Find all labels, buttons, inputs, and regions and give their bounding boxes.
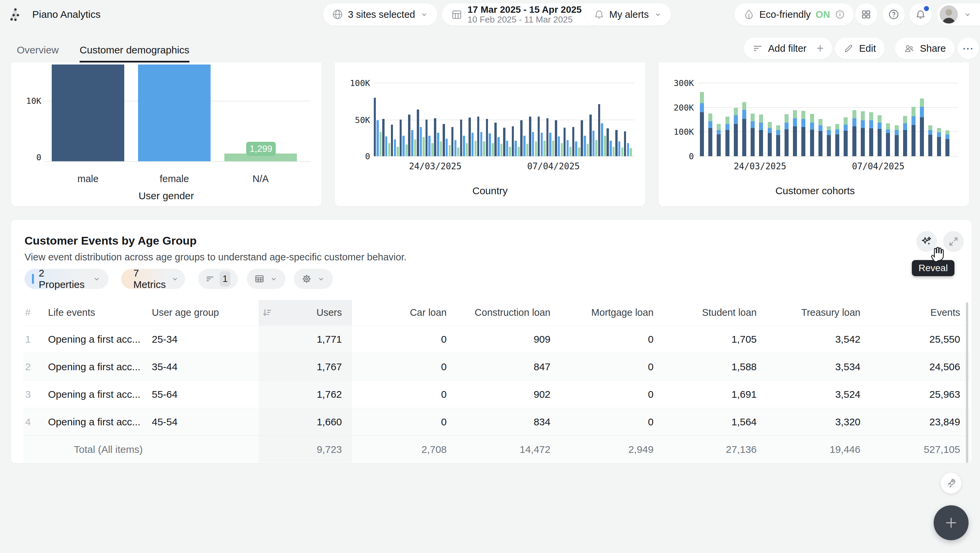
stacked-bar-segment bbox=[903, 130, 907, 156]
stacked-bar-segment bbox=[751, 121, 755, 128]
my-alerts-label: My alerts bbox=[609, 9, 649, 20]
filter-icon bbox=[205, 274, 214, 284]
stacked-bar-segment bbox=[708, 121, 712, 128]
bar bbox=[552, 141, 554, 156]
metrics-dropdown[interactable]: 7 Metrics bbox=[121, 269, 185, 289]
bar bbox=[532, 132, 535, 156]
events-table: #Life eventsUser age groupUsersCar loanC… bbox=[23, 300, 970, 463]
column-header-users[interactable]: Users bbox=[259, 300, 352, 325]
gridline-0 bbox=[45, 161, 311, 162]
column-header[interactable]: Construction loan bbox=[457, 300, 560, 325]
stacked-bar-segment bbox=[844, 124, 848, 131]
bar bbox=[483, 142, 485, 156]
bar bbox=[584, 136, 586, 156]
chevron-down-icon bbox=[420, 10, 428, 19]
table-scrollbar[interactable] bbox=[966, 302, 968, 463]
total-spacer bbox=[152, 435, 259, 463]
bar bbox=[538, 116, 540, 156]
apps-grid-button[interactable] bbox=[855, 3, 877, 25]
edit-button[interactable]: Edit bbox=[835, 38, 885, 59]
eco-friendly-toggle[interactable]: Eco-friendly ON bbox=[735, 3, 854, 25]
tab-overview[interactable]: Overview bbox=[17, 38, 59, 62]
view-type-dropdown[interactable] bbox=[247, 269, 285, 289]
bar bbox=[572, 127, 574, 156]
column-header[interactable]: User age group bbox=[152, 300, 259, 325]
add-new-button[interactable] bbox=[934, 505, 969, 540]
chart-title: Country bbox=[472, 185, 508, 196]
stacked-bar-segment bbox=[912, 116, 916, 125]
stacked-bar-segment bbox=[886, 129, 890, 133]
bar bbox=[503, 127, 506, 156]
bar bbox=[581, 120, 583, 156]
site-selector[interactable]: 3 sites selected bbox=[323, 3, 437, 25]
boost-button[interactable] bbox=[941, 473, 961, 494]
bar bbox=[529, 116, 531, 156]
filter-pill[interactable]: 1 bbox=[198, 269, 238, 289]
chevron-down-icon bbox=[317, 274, 325, 283]
stacked-bar-segment bbox=[903, 123, 907, 130]
bar bbox=[609, 141, 612, 156]
info-icon[interactable] bbox=[835, 10, 845, 19]
column-header[interactable]: Mortgage loan bbox=[560, 300, 663, 325]
column-header[interactable]: Events bbox=[870, 300, 970, 325]
age-group-cell: 25-34 bbox=[152, 325, 259, 353]
stacked-bar-segment bbox=[844, 131, 848, 156]
user-menu[interactable] bbox=[937, 3, 980, 25]
stacked-bar-segment bbox=[903, 116, 907, 123]
stacked-bar-segment bbox=[920, 99, 924, 107]
column-header[interactable]: Treasury loan bbox=[767, 300, 870, 325]
y-tick-label: 50K bbox=[355, 115, 370, 125]
help-button[interactable] bbox=[883, 3, 905, 25]
add-filter-button[interactable]: Add filter + bbox=[744, 38, 832, 59]
bar bbox=[598, 104, 600, 156]
column-header-rank[interactable]: # bbox=[23, 300, 48, 325]
users-cell: 1,771 bbox=[259, 325, 352, 353]
bar bbox=[627, 143, 629, 156]
stacked-bar-segment bbox=[945, 134, 950, 139]
chevron-down-icon bbox=[92, 274, 101, 283]
total-metric-cell: 19,446 bbox=[767, 435, 870, 463]
properties-dropdown[interactable]: 2 Properties bbox=[24, 269, 108, 289]
bar bbox=[420, 127, 422, 156]
column-header[interactable]: Life events bbox=[48, 300, 152, 325]
people-icon bbox=[904, 43, 915, 54]
date-range-picker[interactable]: 17 Mar 2025 - 15 Apr 2025 10 Feb 2025 - … bbox=[442, 3, 604, 25]
bar bbox=[549, 133, 552, 156]
my-alerts-button[interactable]: My alerts bbox=[585, 3, 671, 25]
more-options-button[interactable]: ⋯ bbox=[958, 38, 979, 59]
x-tick-label: 24/03/2025 bbox=[409, 161, 462, 171]
stacked-bar-segment bbox=[725, 116, 729, 124]
stacked-bar-segment bbox=[801, 119, 805, 127]
column-header[interactable]: Student loan bbox=[663, 300, 767, 325]
bar bbox=[621, 148, 624, 156]
share-label: Share bbox=[920, 43, 946, 54]
stacked-bar-segment bbox=[818, 131, 822, 156]
chart-title: User gender bbox=[11, 190, 321, 202]
rocket-icon bbox=[945, 477, 957, 489]
x-tick-label: 07/04/2025 bbox=[527, 161, 580, 171]
stacked-bar-segment bbox=[827, 130, 831, 135]
stacked-bar-segment bbox=[878, 123, 881, 129]
notifications-button[interactable] bbox=[910, 3, 932, 25]
stacked-bar-segment bbox=[878, 115, 881, 123]
column-header[interactable]: Car loan bbox=[352, 300, 457, 325]
bar bbox=[408, 115, 410, 156]
stacked-bar-segment bbox=[912, 125, 916, 156]
tab-customer-demographics[interactable]: Customer demographics bbox=[80, 38, 189, 62]
settings-dropdown[interactable] bbox=[294, 269, 333, 289]
bar bbox=[454, 140, 457, 156]
stacked-bar-segment bbox=[784, 123, 789, 129]
bell-icon bbox=[594, 9, 605, 20]
life-event-cell: Opening a first acc... bbox=[48, 380, 152, 408]
chevron-down-icon bbox=[269, 274, 278, 283]
stacked-bar-segment bbox=[700, 92, 704, 103]
expand-icon bbox=[948, 236, 959, 247]
edit-label: Edit bbox=[859, 43, 876, 54]
share-button[interactable]: Share bbox=[895, 38, 955, 59]
bar bbox=[437, 133, 439, 156]
bar bbox=[506, 141, 509, 156]
stacked-bar-segment bbox=[734, 108, 738, 115]
stacked-bar-segment bbox=[912, 107, 916, 116]
metric-cell: 0 bbox=[352, 325, 457, 353]
metric-cell: 0 bbox=[352, 380, 457, 408]
